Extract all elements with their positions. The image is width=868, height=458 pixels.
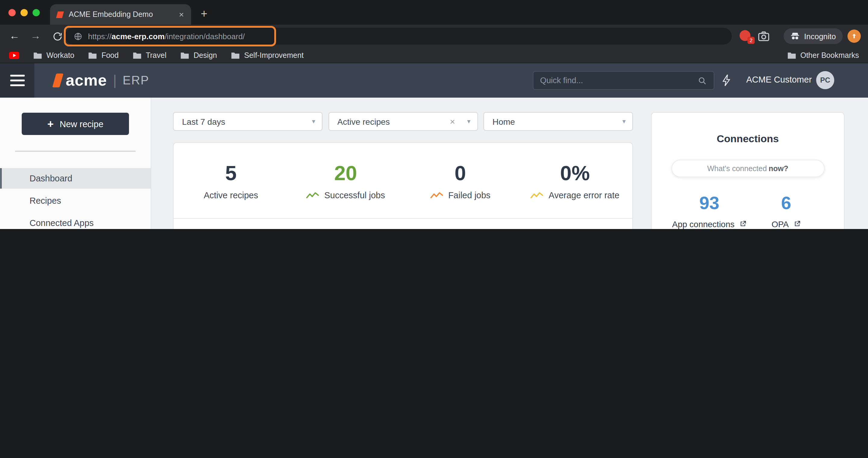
opa-link[interactable]: OPA: [748, 219, 825, 229]
lightning-icon: [721, 74, 732, 87]
stat-label: Successful jobs: [324, 191, 385, 200]
forward-button[interactable]: →: [27, 28, 44, 44]
sidebar-item-recipes[interactable]: Recipes: [0, 190, 151, 211]
recipe-filter-select[interactable]: Active recipes × ▾: [328, 112, 478, 131]
bookmark-label: Workato: [46, 51, 74, 59]
stat-value: 20: [334, 162, 357, 185]
window-controls: [8, 9, 40, 16]
chevron-down-icon: ▾: [467, 118, 470, 125]
opa-label: OPA: [772, 219, 789, 229]
tab-favicon: [56, 10, 64, 19]
account-name[interactable]: ACME Customer: [746, 75, 812, 85]
connections-card: Connections What's connected now? 93 App…: [651, 112, 844, 229]
browser-tab[interactable]: ACME Embedding Demo ×: [50, 4, 191, 25]
logo-erp: ERP: [123, 73, 149, 87]
browser-window: ACME Embedding Demo × + ← → https://acme…: [0, 0, 868, 229]
activity-button[interactable]: [721, 74, 732, 87]
external-link-icon: [739, 220, 747, 228]
url-domain: acme-erp.com: [112, 32, 164, 41]
date-range-select[interactable]: Last 7 days ▾: [173, 112, 322, 131]
globe-icon: [73, 32, 83, 41]
opa-count: 6: [748, 193, 825, 214]
reload-button[interactable]: [49, 28, 66, 44]
camera-icon: [757, 30, 770, 43]
bookmark-folder[interactable]: Self-Improvement: [231, 51, 304, 59]
tab-strip: ACME Embedding Demo × +: [0, 0, 868, 25]
stats-row: 5 Active recipes 20 Successful jobs 0: [174, 143, 632, 200]
stat-label: Failed jobs: [448, 191, 490, 200]
bookmark-folder[interactable]: Design: [180, 51, 217, 59]
sparkline-icon: [306, 192, 319, 199]
app-connections-label: App connections: [672, 219, 735, 229]
window-close-button[interactable]: [8, 9, 16, 16]
bookmark-label: Food: [101, 51, 119, 59]
profile-button[interactable]: [847, 30, 861, 43]
folder-icon: [33, 52, 42, 59]
sidebar-divider: [15, 151, 135, 152]
app-logo: acme | ERP: [54, 71, 149, 90]
folder-icon: [88, 52, 97, 59]
incognito-icon: [790, 32, 800, 40]
dashboard-stats-card: 5 Active recipes 20 Successful jobs 0: [173, 142, 633, 229]
sidebar-item-label: Connected Apps: [30, 218, 94, 228]
stat-active-recipes: 5 Active recipes: [174, 162, 288, 200]
new-tab-button[interactable]: +: [201, 7, 207, 21]
other-bookmarks-label: Other Bookmarks: [800, 51, 859, 59]
bookmark-youtube[interactable]: [9, 52, 19, 59]
window-zoom-button[interactable]: [33, 9, 40, 16]
page-content: + New recipe Dashboard Recipes Connected…: [0, 98, 868, 229]
hamburger-menu-button[interactable]: [0, 63, 34, 98]
folder-icon: [133, 52, 142, 59]
search-icon[interactable]: [698, 76, 707, 85]
sidebar-item-dashboard[interactable]: Dashboard: [0, 168, 151, 189]
incognito-badge[interactable]: Incognito: [784, 28, 843, 44]
date-range-value: Last 7 days: [182, 117, 307, 126]
main-area: Last 7 days ▾ Active recipes × ▾ Home ▾: [151, 98, 868, 229]
opa-stat: 6 OPA: [748, 193, 825, 229]
location-select[interactable]: Home ▾: [484, 112, 633, 131]
tab-close-icon[interactable]: ×: [178, 10, 185, 19]
sparkline-icon: [430, 192, 443, 199]
back-button[interactable]: ←: [6, 28, 23, 44]
address-bar[interactable]: https://acme-erp.com/integration/dashboa…: [65, 28, 732, 44]
location-value: Home: [493, 117, 618, 126]
logo-separator: |: [113, 72, 117, 89]
whats-connected-pill[interactable]: What's connected now?: [671, 160, 824, 177]
app-connections-count: 93: [671, 193, 748, 214]
app-connections-stat: 93 App connections: [671, 193, 748, 229]
pill-text: What's connected: [707, 164, 767, 173]
screenshot-extension-button[interactable]: [757, 30, 770, 43]
incognito-label: Incognito: [804, 32, 836, 41]
tab-title: ACME Embedding Demo: [69, 10, 173, 19]
bookmark-folder[interactable]: Workato: [33, 51, 74, 59]
clear-filter-icon[interactable]: ×: [450, 116, 455, 127]
sidebar-item-label: Dashboard: [30, 173, 72, 183]
filters-row: Last 7 days ▾ Active recipes × ▾ Home ▾: [173, 112, 633, 131]
quick-find-box: [533, 71, 714, 90]
app-connections-link[interactable]: App connections: [671, 219, 748, 229]
bookmark-label: Self-Improvement: [244, 51, 304, 59]
quick-find-input[interactable]: [540, 76, 698, 85]
sidebar-menu: Dashboard Recipes Connected Apps Communi…: [0, 168, 151, 229]
bookmark-folder[interactable]: Travel: [133, 51, 167, 59]
sidebar-item-connected-apps[interactable]: Connected Apps: [0, 213, 151, 229]
window-minimize-button[interactable]: [21, 9, 28, 16]
connections-title: Connections: [652, 133, 844, 145]
logo-mark-icon: [52, 73, 63, 87]
stat-label: Active recipes: [204, 191, 258, 200]
folder-icon: [180, 52, 189, 59]
stat-average-error-rate: 0% Average error rate: [518, 162, 632, 200]
recipe-filter-value: Active recipes: [337, 117, 450, 126]
new-recipe-button[interactable]: + New recipe: [22, 113, 129, 135]
stat-failed-jobs: 0 Failed jobs: [403, 162, 518, 200]
sidebar: + New recipe Dashboard Recipes Connected…: [0, 98, 151, 229]
sparkline-icon: [530, 192, 544, 199]
plus-icon: +: [47, 119, 54, 129]
connections-stats: 93 App connections 6 OPA: [652, 177, 844, 229]
avatar[interactable]: PC: [816, 71, 834, 89]
bookmark-folder[interactable]: Food: [88, 51, 119, 59]
sidebar-item-label: Recipes: [30, 196, 61, 205]
stat-value: 5: [225, 162, 237, 185]
other-bookmarks[interactable]: Other Bookmarks: [787, 51, 859, 59]
chevron-down-icon: ▾: [622, 118, 626, 125]
